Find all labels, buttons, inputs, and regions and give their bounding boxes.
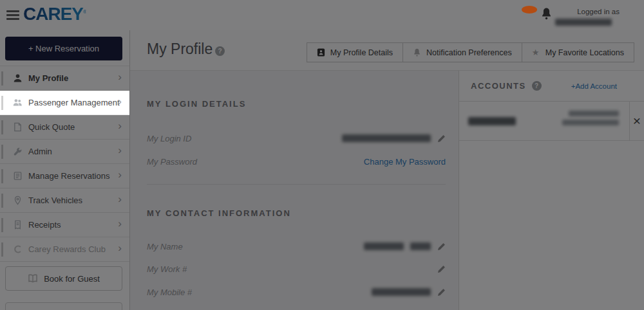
- carey-profile-page: CAREY® Logged in as + New Reservation My…: [0, 0, 644, 310]
- cursor-highlight-dot: [522, 6, 537, 14]
- sidebar-item-passenger-management[interactable]: Passenger Management ›: [0, 91, 130, 115]
- sidebar-item-label: Passenger Management: [28, 98, 120, 107]
- chevron-right-icon: ›: [118, 95, 122, 108]
- row-marker: [1, 96, 3, 110]
- tour-dim-overlay: [0, 0, 644, 310]
- users-icon: [13, 98, 23, 107]
